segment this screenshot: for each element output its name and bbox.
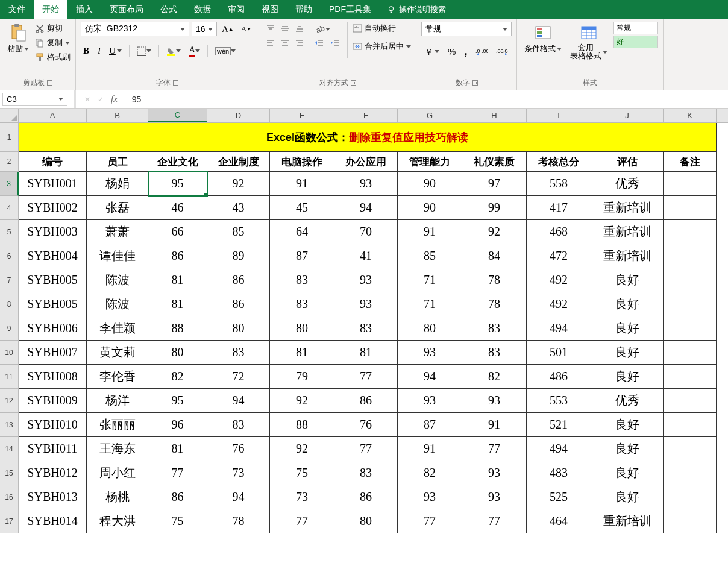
data-cell[interactable]: 78: [462, 292, 527, 316]
align-left-button[interactable]: [264, 36, 277, 49]
data-cell[interactable]: [664, 220, 717, 244]
data-cell[interactable]: 杨洋: [87, 389, 148, 413]
data-cell[interactable]: 重新培训: [591, 220, 664, 244]
data-cell[interactable]: [664, 292, 717, 316]
row-header[interactable]: 15: [0, 461, 19, 485]
data-cell[interactable]: 80: [270, 316, 334, 341]
data-cell[interactable]: 521: [527, 413, 591, 437]
data-cell[interactable]: 96: [148, 413, 207, 437]
border-button[interactable]: [134, 45, 154, 58]
data-cell[interactable]: 464: [527, 509, 591, 533]
data-cell[interactable]: SYBH007: [19, 341, 87, 365]
data-cell[interactable]: 王海东: [87, 437, 148, 461]
align-bottom-button[interactable]: [293, 22, 306, 35]
font-name-select[interactable]: 仿宋_GB2312: [81, 22, 189, 36]
row-header[interactable]: 4: [0, 196, 19, 220]
data-cell[interactable]: 81: [148, 437, 207, 461]
data-cell[interactable]: 83: [270, 292, 334, 316]
data-cell[interactable]: 91: [398, 437, 462, 461]
data-cell[interactable]: 77: [398, 509, 462, 533]
underline-button[interactable]: U: [107, 44, 124, 58]
currency-button[interactable]: ￥: [421, 45, 442, 58]
align-middle-button[interactable]: [278, 22, 292, 35]
tab-view[interactable]: 视图: [253, 0, 287, 19]
data-cell[interactable]: SYBH010: [19, 413, 87, 437]
data-cell[interactable]: 71: [398, 292, 462, 316]
data-cell[interactable]: 91: [462, 413, 527, 437]
data-cell[interactable]: 87: [270, 244, 334, 268]
data-cell[interactable]: SYBH014: [19, 509, 87, 533]
data-cell[interactable]: 93: [462, 389, 527, 413]
cancel-formula-icon[interactable]: ✕: [84, 95, 90, 104]
header-cell[interactable]: 员工: [87, 152, 148, 172]
data-cell[interactable]: SYBH002: [19, 196, 87, 220]
data-cell[interactable]: 81: [148, 292, 207, 316]
data-cell[interactable]: 77: [334, 365, 398, 389]
data-cell[interactable]: 79: [270, 365, 334, 389]
data-cell[interactable]: 80: [334, 509, 398, 533]
data-cell[interactable]: 501: [527, 341, 591, 365]
align-center-button[interactable]: [278, 36, 292, 49]
data-cell[interactable]: 494: [527, 316, 591, 341]
column-header[interactable]: B: [87, 109, 148, 122]
data-cell[interactable]: 77: [462, 509, 527, 533]
data-cell[interactable]: 陈波: [87, 292, 148, 316]
data-cell[interactable]: [664, 196, 717, 220]
dialog-launcher-icon[interactable]: [173, 80, 178, 86]
format-as-table-button[interactable]: 套用 表格格式: [568, 22, 610, 62]
data-cell[interactable]: 优秀: [591, 172, 664, 196]
data-cell[interactable]: 492: [527, 292, 591, 316]
tab-review[interactable]: 审阅: [219, 0, 253, 19]
phonetic-button[interactable]: wén: [213, 45, 238, 57]
data-cell[interactable]: 77: [334, 437, 398, 461]
data-cell[interactable]: [664, 485, 717, 509]
data-cell[interactable]: 李佳颖: [87, 316, 148, 341]
data-cell[interactable]: 86: [334, 389, 398, 413]
data-cell[interactable]: 陈波: [87, 268, 148, 292]
data-cell[interactable]: SYBH004: [19, 244, 87, 268]
header-cell[interactable]: 考核总分: [527, 152, 591, 172]
data-cell[interactable]: 76: [334, 413, 398, 437]
data-cell[interactable]: 良好: [591, 341, 664, 365]
row-header[interactable]: 6: [0, 244, 19, 268]
data-cell[interactable]: [664, 341, 717, 365]
dialog-launcher-icon[interactable]: [351, 80, 356, 86]
data-cell[interactable]: 43: [207, 196, 270, 220]
cell-styles-gallery[interactable]: 常规 好: [613, 22, 658, 48]
data-cell[interactable]: 83: [207, 413, 270, 437]
data-cell[interactable]: 80: [398, 316, 462, 341]
row-header[interactable]: 7: [0, 268, 19, 292]
data-cell[interactable]: 良好: [591, 437, 664, 461]
data-cell[interactable]: 83: [334, 461, 398, 485]
data-cell[interactable]: 张磊: [87, 196, 148, 220]
row-header[interactable]: 5: [0, 220, 19, 244]
row-header[interactable]: 13: [0, 413, 19, 437]
column-header[interactable]: A: [19, 109, 87, 122]
data-cell[interactable]: 71: [398, 268, 462, 292]
header-cell[interactable]: 备注: [664, 152, 717, 172]
tab-data[interactable]: 数据: [186, 0, 219, 19]
data-cell[interactable]: 80: [148, 341, 207, 365]
style-normal[interactable]: 常规: [613, 22, 658, 34]
data-cell[interactable]: 75: [148, 509, 207, 533]
data-cell[interactable]: 70: [334, 220, 398, 244]
header-cell[interactable]: 办公应用: [334, 152, 398, 172]
row-header[interactable]: 8: [0, 292, 19, 316]
tab-layout[interactable]: 页面布局: [101, 0, 152, 19]
data-cell[interactable]: SYBH013: [19, 485, 87, 509]
data-cell[interactable]: [664, 268, 717, 292]
data-cell[interactable]: 91: [398, 220, 462, 244]
data-cell[interactable]: 78: [207, 509, 270, 533]
style-good[interactable]: 好: [613, 36, 658, 48]
select-all-button[interactable]: [0, 109, 19, 122]
data-cell[interactable]: 92: [207, 172, 270, 196]
data-cell[interactable]: 良好: [591, 292, 664, 316]
data-cell[interactable]: SYBH005: [19, 268, 87, 292]
data-cell[interactable]: 73: [207, 461, 270, 485]
data-cell[interactable]: 82: [398, 461, 462, 485]
data-cell[interactable]: 78: [462, 268, 527, 292]
data-cell[interactable]: [664, 244, 717, 268]
column-header[interactable]: C: [148, 109, 207, 122]
data-cell[interactable]: 83: [270, 268, 334, 292]
data-cell[interactable]: SYBH006: [19, 316, 87, 341]
